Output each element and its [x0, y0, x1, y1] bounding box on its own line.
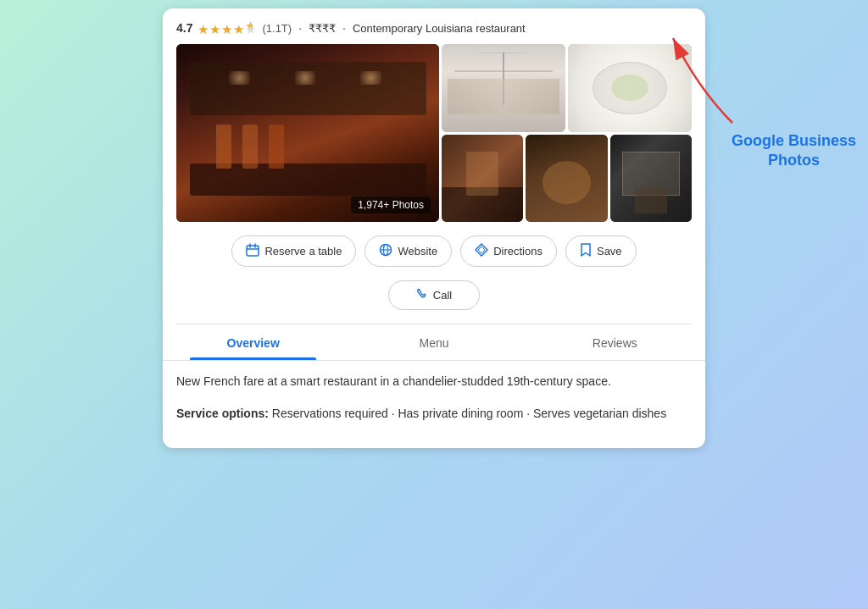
photo-row-bottom: [442, 135, 692, 223]
rating-score: 4.7: [176, 21, 192, 35]
business-category: Contemporary Louisiana restaurant: [353, 22, 526, 35]
call-label: Call: [433, 289, 452, 302]
phone-icon: [416, 288, 428, 302]
annotation-container: Google Business Photos: [728, 131, 860, 171]
business-description: New French fare at a smart restaurant in…: [163, 361, 705, 397]
call-row: Call: [163, 274, 705, 324]
photo-main[interactable]: 1,974+ Photos: [176, 44, 439, 222]
svg-marker-8: [478, 246, 485, 253]
svg-rect-0: [247, 246, 259, 256]
service-options-text: Reservations required · Has private dini…: [272, 407, 666, 420]
review-count: (1.1T): [262, 22, 292, 35]
calendar-icon: [246, 243, 259, 259]
separator2: ·: [342, 21, 346, 35]
photo-count: 1,974+ Photos: [351, 197, 431, 213]
tabs-row: Overview Menu Reviews: [163, 324, 705, 361]
photo-food2[interactable]: [526, 135, 607, 223]
rating-row: 4.7 ★★★★★★ (1.1T) · ₹₹₹₹ · Contemporary …: [163, 8, 705, 44]
price-level: ₹₹₹₹: [309, 22, 336, 35]
photo-grid: 1,974+ Photos: [163, 44, 705, 222]
service-options: Service options: Reservations required ·…: [163, 397, 705, 435]
reserve-table-label: Reserve a table: [264, 245, 342, 257]
tab-overview[interactable]: Overview: [163, 324, 343, 360]
business-card: 4.7 ★★★★★★ (1.1T) · ₹₹₹₹ · Contemporary …: [163, 8, 705, 448]
stars: ★★★★★★: [198, 19, 257, 37]
annotation-label: Google Business Photos: [728, 131, 860, 171]
website-button[interactable]: Website: [364, 235, 452, 267]
globe-icon: [379, 243, 392, 259]
save-button[interactable]: Save: [565, 235, 637, 267]
directions-button[interactable]: Directions: [460, 235, 557, 267]
photo-interior[interactable]: [442, 135, 523, 223]
directions-label: Directions: [493, 245, 542, 257]
svg-marker-7: [476, 244, 487, 256]
tab-menu[interactable]: Menu: [343, 324, 524, 360]
save-label: Save: [597, 245, 622, 257]
actions-row: Reserve a table Website Directions Save: [163, 222, 705, 274]
photo-dining[interactable]: [442, 44, 565, 132]
website-label: Website: [398, 245, 437, 257]
photo-exterior[interactable]: [610, 135, 692, 223]
service-options-label: Service options:: [176, 407, 269, 420]
directions-icon: [475, 243, 488, 259]
bookmark-icon: [580, 243, 592, 259]
annotation-arrow: [648, 21, 749, 131]
separator1: ·: [298, 21, 302, 35]
call-button[interactable]: Call: [388, 280, 480, 310]
tab-reviews[interactable]: Reviews: [525, 324, 705, 360]
bar-scene-image: [176, 44, 439, 222]
reserve-table-button[interactable]: Reserve a table: [231, 235, 356, 267]
